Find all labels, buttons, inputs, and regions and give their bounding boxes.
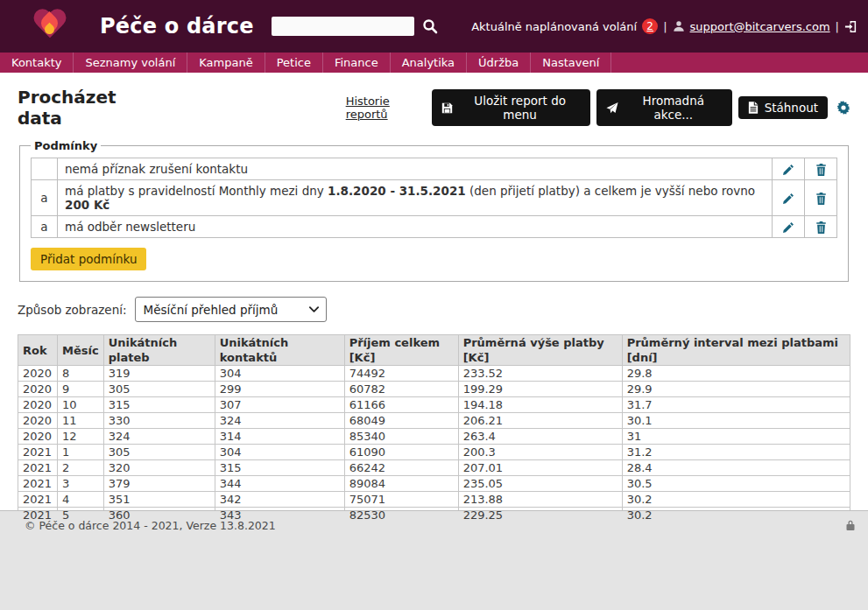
table-cell: 89084	[344, 476, 458, 492]
download-button[interactable]: Stáhnout	[738, 96, 828, 119]
display-mode-label: Způsob zobrazení:	[18, 303, 127, 317]
table-cell: 305	[103, 382, 215, 397]
nav-item-seznamy-volani[interactable]: Seznamy volání	[74, 53, 187, 73]
table-cell: 2020	[18, 382, 58, 397]
table-cell: 305	[103, 445, 215, 460]
condition-row: a má odběr newsletteru	[32, 216, 837, 238]
nav-item-finance[interactable]: Finance	[323, 53, 391, 73]
report-history-link[interactable]: Historie reportů	[346, 95, 433, 121]
table-cell: 299	[215, 382, 344, 397]
header-search	[272, 17, 438, 36]
app-logo[interactable]	[19, 2, 81, 51]
table-cell: 2020	[18, 397, 58, 413]
table-cell: 200.3	[458, 445, 622, 460]
trash-icon	[815, 164, 827, 176]
condition-operator: a	[32, 216, 58, 238]
search-input[interactable]	[272, 17, 414, 36]
table-cell: 9	[58, 382, 104, 397]
table-cell: 2021	[18, 460, 58, 476]
user-email-link[interactable]: support@bitcarvers.com	[690, 20, 830, 33]
delete-condition-button[interactable]	[815, 164, 827, 176]
table-cell: 1	[58, 445, 104, 460]
table-cell: 307	[215, 397, 344, 413]
table-cell: 2021	[18, 492, 58, 508]
table-cell: 304	[215, 366, 344, 382]
table-cell: 4	[58, 492, 104, 508]
delete-condition-button[interactable]	[815, 221, 827, 234]
table-row: 20201031530761166194.1831.7	[18, 397, 850, 413]
logout-button[interactable]	[844, 20, 857, 33]
table-cell: 28.4	[622, 460, 850, 476]
user-icon	[673, 20, 685, 32]
table-cell: 199.29	[458, 382, 622, 397]
table-row: 2020930529960782199.2929.9	[18, 382, 850, 397]
report-settings-button[interactable]	[836, 101, 850, 115]
table-cell: 30.5	[622, 476, 850, 492]
table-cell: 342	[215, 492, 344, 508]
table-cell: 2020	[18, 366, 58, 382]
save-report-button[interactable]: Uložit report do menu	[432, 89, 589, 126]
nav-item-nastaveni[interactable]: Nastavení	[531, 53, 611, 73]
conditions-panel: Podmínky nemá příznak zrušení kontaktu a…	[19, 139, 849, 282]
table-row: 20201133032468049206.2130.1	[18, 413, 850, 429]
table-row: 2021337934489084235.0530.5	[18, 476, 850, 492]
table-cell: 2021	[18, 445, 58, 460]
condition-text: nemá příznak zrušení kontaktu	[58, 158, 773, 180]
condition-operator	[32, 158, 58, 180]
table-cell: 85340	[344, 429, 458, 445]
edit-condition-button[interactable]	[782, 164, 794, 176]
download-label: Stáhnout	[765, 101, 818, 115]
condition-operator: a	[32, 180, 58, 216]
table-cell: 379	[103, 476, 215, 492]
nav-item-kontakty[interactable]: Kontakty	[0, 53, 74, 73]
document-icon	[748, 102, 759, 114]
copyright-text: © Péče o dárce 2014 - 2021, Verze 13.8.2…	[25, 519, 276, 532]
lock-icon	[845, 519, 856, 531]
table-cell: 263.4	[458, 429, 622, 445]
table-cell: 31	[622, 429, 850, 445]
delete-condition-button[interactable]	[815, 193, 827, 205]
table-cell: 30.2	[622, 492, 850, 508]
column-header-prijem: Příjem celkem [Kč]	[344, 335, 458, 366]
edit-condition-button[interactable]	[782, 221, 794, 234]
table-cell: 8	[58, 366, 104, 382]
display-mode-row: Způsob zobrazení: Měsíční přehled příjmů	[18, 297, 850, 322]
edit-condition-button[interactable]	[782, 193, 794, 205]
table-cell: 2	[58, 460, 104, 476]
logout-icon	[844, 20, 857, 33]
add-condition-button[interactable]: Přidat podmínku	[31, 248, 146, 270]
main-nav: Kontakty Seznamy volání Kampaně Petice F…	[0, 53, 868, 73]
table-cell: 30.1	[622, 413, 850, 429]
table-cell: 304	[215, 445, 344, 460]
nav-item-kampane[interactable]: Kampaně	[187, 53, 265, 73]
table-row: 2021232031566242207.0128.4	[18, 460, 850, 476]
planned-calls-badge[interactable]: 2	[642, 18, 658, 34]
condition-row: nemá příznak zrušení kontaktu	[32, 158, 837, 180]
trash-icon	[815, 193, 827, 205]
save-icon	[441, 102, 453, 114]
column-header-prumerna: Průměrná výše platby [Kč]	[458, 335, 622, 366]
bulk-action-button[interactable]: Hromadná akce...	[596, 89, 732, 126]
table-cell: 60782	[344, 382, 458, 397]
separator: |	[663, 20, 667, 33]
app-title: Péče o dárce	[100, 14, 254, 39]
gear-icon	[836, 101, 850, 115]
table-cell: 194.18	[458, 397, 622, 413]
nav-item-petice[interactable]: Petice	[265, 53, 323, 73]
results-table: Rok Měsíc Unikátních plateb Unikátních k…	[18, 334, 850, 523]
nav-item-udrzba[interactable]: Údržba	[467, 53, 531, 73]
table-cell: 12	[58, 429, 104, 445]
display-mode-select[interactable]: Měsíční přehled příjmů	[135, 297, 327, 322]
trash-icon	[815, 221, 827, 234]
table-cell: 2020	[18, 413, 58, 429]
search-button[interactable]	[422, 18, 438, 34]
table-cell: 29.9	[622, 382, 850, 397]
table-cell: 66242	[344, 460, 458, 476]
table-cell: 61090	[344, 445, 458, 460]
main-content: Procházet data Historie reportů Uložit r…	[0, 73, 868, 510]
table-cell: 324	[215, 413, 344, 429]
pencil-icon	[782, 193, 794, 205]
table-header-row: Rok Měsíc Unikátních plateb Unikátních k…	[18, 335, 850, 366]
table-cell: 235.05	[458, 476, 622, 492]
nav-item-analytika[interactable]: Analytika	[391, 53, 467, 73]
